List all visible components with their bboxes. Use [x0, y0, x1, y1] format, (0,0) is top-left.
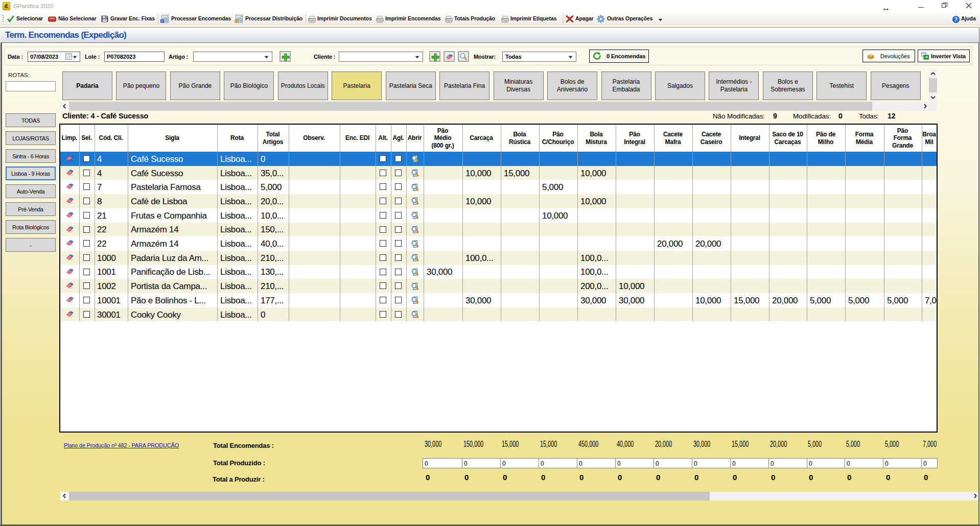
svg-text:?: ? — [955, 17, 958, 22]
